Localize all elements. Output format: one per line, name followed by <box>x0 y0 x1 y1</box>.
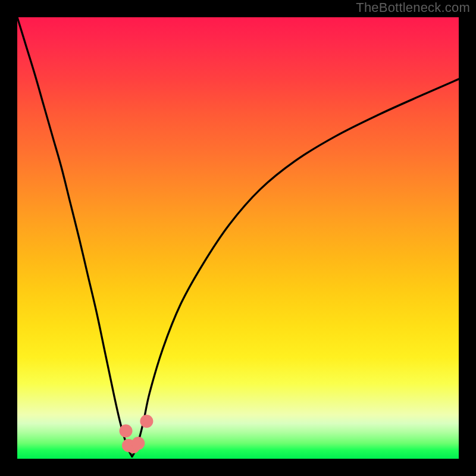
plot-area <box>17 17 459 459</box>
chart-stage: TheBottleneck.com <box>0 0 476 476</box>
attribution-link[interactable]: TheBottleneck.com <box>356 0 470 15</box>
gradient-background <box>17 17 459 459</box>
